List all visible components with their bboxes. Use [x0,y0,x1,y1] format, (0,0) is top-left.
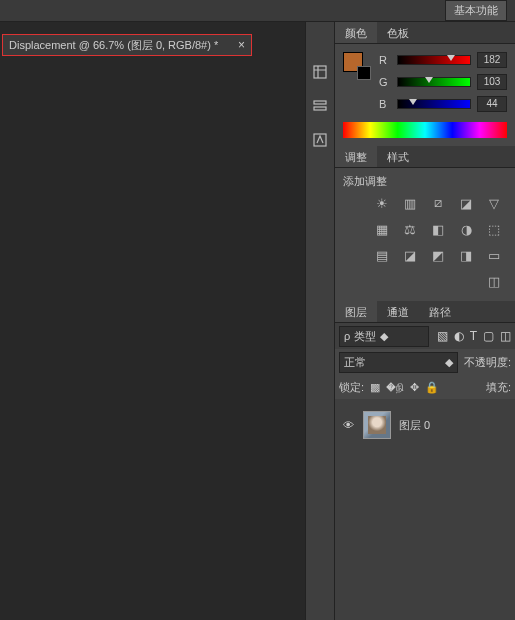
filter-smart-icon[interactable]: ◫ [500,329,511,343]
add-adjustment-label: 添加调整 [343,174,507,189]
opacity-label: 不透明度: [464,355,511,370]
layer-row[interactable]: 👁 图层 0 [335,405,515,445]
spectrum-bar[interactable] [343,122,507,138]
tab-color[interactable]: 颜色 [335,22,377,43]
search-icon: ρ [344,330,350,342]
svg-rect-0 [314,66,326,78]
fill-label: 填充: [486,380,511,395]
svg-rect-1 [314,101,326,104]
color-swatch[interactable] [343,52,371,80]
b-label: B [379,98,391,110]
filter-pixel-icon[interactable]: ▧ [437,329,448,343]
filter-shape-icon[interactable]: ▢ [483,329,494,343]
invert-icon[interactable]: ◪ [401,247,419,263]
lookup-icon[interactable]: ▤ [373,247,391,263]
bw-icon[interactable]: ◧ [429,221,447,237]
color-panel: R 182 G 103 B 44 [335,44,515,146]
chevron-down-icon: ◆ [445,356,453,369]
blend-mode-value: 正常 [344,355,366,370]
selective-icon[interactable]: ◫ [485,273,503,289]
hue-icon[interactable]: ▦ [373,221,391,237]
vertical-toolbar [305,22,335,620]
kind-label: 类型 [354,329,376,344]
lock-all-icon[interactable]: ▩ [370,381,380,394]
tab-styles[interactable]: 样式 [377,146,419,167]
svg-rect-2 [314,107,326,110]
lock-pixel-icon[interactable]: �நி [386,381,404,394]
threshold-icon[interactable]: ◨ [457,247,475,263]
b-value[interactable]: 44 [477,96,507,112]
blend-mode-select[interactable]: 正常 ◆ [339,352,458,373]
tab-swatches[interactable]: 色板 [377,22,419,43]
brightness-icon[interactable]: ☀ [373,195,391,211]
r-label: R [379,54,391,66]
layer-kind-filter[interactable]: ρ 类型 ◆ [339,326,429,347]
canvas[interactable]: Displacement @ 66.7% (图层 0, RGB/8#) * × [0,22,305,620]
levels-icon[interactable]: ▥ [401,195,419,211]
tab-adjustments[interactable]: 调整 [335,146,377,167]
chevron-down-icon: ◆ [380,330,388,343]
basic-functions-button[interactable]: 基本功能 [445,0,507,21]
gradient-map-icon[interactable]: ▭ [485,247,503,263]
tab-layers[interactable]: 图层 [335,301,377,322]
tab-paths[interactable]: 路径 [419,301,461,322]
r-value[interactable]: 182 [477,52,507,68]
close-icon[interactable]: × [238,38,245,52]
r-slider[interactable] [397,55,471,65]
document-title: Displacement @ 66.7% (图层 0, RGB/8#) * [9,38,218,53]
g-slider[interactable] [397,77,471,87]
layer-thumbnail[interactable] [363,411,391,439]
g-value[interactable]: 103 [477,74,507,90]
curves-icon[interactable]: ⧄ [429,195,447,211]
g-label: G [379,76,391,88]
adjustments-panel: 添加调整 ☀ ▥ ⧄ ◪ ▽ ▦ ⚖ ◧ ◑ ⬚ ▤ ◪ ◩ ◨ ▭ ◫ [335,168,515,301]
exposure-icon[interactable]: ◪ [457,195,475,211]
history-icon[interactable] [310,62,330,82]
filter-adjust-icon[interactable]: ◐ [454,329,464,343]
background-swatch[interactable] [357,66,371,80]
layers-panel: ρ 类型 ◆ ▧ ◐ T ▢ ◫ 正常 ◆ 不透明度: [335,323,515,620]
balance-icon[interactable]: ⚖ [401,221,419,237]
photo-filter-icon[interactable]: ◑ [457,221,475,237]
filter-type-icon[interactable]: T [470,329,477,343]
layer-name[interactable]: 图层 0 [399,418,430,433]
document-tab[interactable]: Displacement @ 66.7% (图层 0, RGB/8#) * × [2,34,252,56]
posterize-icon[interactable]: ◩ [429,247,447,263]
visibility-icon[interactable]: 👁 [341,419,355,431]
vibrance-icon[interactable]: ▽ [485,195,503,211]
channel-mixer-icon[interactable]: ⬚ [485,221,503,237]
properties-icon[interactable] [310,96,330,116]
lock-icon[interactable]: 🔒 [425,381,439,394]
character-icon[interactable] [310,130,330,150]
tab-channels[interactable]: 通道 [377,301,419,322]
lock-label: 锁定: [339,380,364,395]
lock-position-icon[interactable]: ✥ [410,381,419,394]
b-slider[interactable] [397,99,471,109]
